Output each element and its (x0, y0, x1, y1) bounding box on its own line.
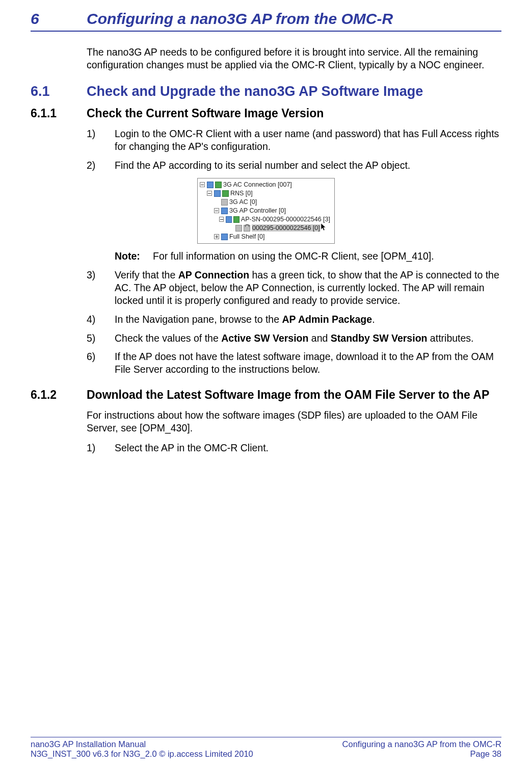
ap-connection-icon (226, 216, 232, 223)
list-number: 5) (87, 332, 115, 345)
lock-icon (244, 225, 250, 232)
status-ok-icon (215, 182, 222, 188)
section-title: Check and Upgrade the nano3G AP Software… (87, 84, 423, 99)
expand-handle-icon (207, 191, 212, 196)
chapter-number: 6 (31, 10, 87, 28)
list-number: 1) (87, 442, 115, 454)
ac-icon (221, 199, 228, 206)
text-bold: AP Connection (178, 269, 249, 280)
list-number: 4) (87, 313, 115, 326)
note: Note: For full information on using the … (115, 250, 501, 263)
list-text: In the Navigation pane, browse to the AP… (115, 313, 501, 326)
list-item: 5) Check the values of the Active SW Ver… (87, 332, 501, 345)
connection-icon (207, 182, 214, 188)
divider-top (31, 31, 501, 32)
tree-node: 3G AC Connection [007] (200, 181, 330, 189)
list-number: 3) (87, 269, 115, 307)
list-text: Find the AP according to its serial numb… (115, 159, 501, 172)
subsection-title: Check the Current Software Image Version (87, 107, 501, 120)
tree-node: 3G AC [0] (200, 198, 330, 207)
tree-label: AP-SN-000295-0000022546 [3] (241, 216, 330, 223)
text-bold: Active SW Version (221, 332, 308, 344)
tree-label: 3G AC Connection [007] (223, 181, 292, 188)
list-item: 6) If the AP does not have the latest so… (87, 350, 501, 376)
cursor-arrow-icon (321, 223, 327, 233)
shelf-icon (221, 234, 228, 240)
tree-label: RNS [0] (230, 190, 253, 197)
rns-icon (214, 190, 221, 197)
list-item: 1) Select the AP in the OMC-R Client. (87, 442, 501, 454)
figure-omc-tree: 3G AC Connection [007] RNS [0] 3G AC [0]… (31, 178, 501, 244)
tree-label: Full Shelf [0] (229, 233, 264, 240)
list-item: 2) Find the AP according to its serial n… (87, 159, 501, 172)
subsection-title: Download the Latest Software Image from … (87, 388, 501, 402)
tree-label: 000295-0000022546 [0] (252, 224, 320, 232)
text-run: In the Navigation pane, browse to the (115, 314, 282, 325)
footer-right-2: Page 38 (470, 749, 501, 759)
expand-handle-icon (219, 217, 224, 222)
list-number: 1) (87, 127, 115, 153)
footer-right-1: Configuring a nano3G AP from the OMC-R (342, 739, 501, 749)
text-run: attributes. (427, 332, 473, 344)
text-bold: Standby SW Version (331, 332, 428, 344)
tree-label: 3G AP Controller [0] (229, 207, 286, 214)
tree-node: AP-SN-000295-0000022546 [3] (200, 215, 330, 224)
text-run: and (308, 332, 330, 344)
expand-handle-icon (214, 208, 219, 213)
section-header-6-1: 6.1 Check and Upgrade the nano3G AP Soft… (31, 84, 501, 99)
list-text: If the AP does not have the latest softw… (115, 350, 501, 376)
page-footer: nano3G AP Installation Manual Configurin… (31, 737, 501, 759)
tree-node: RNS [0] (200, 189, 330, 198)
expand-handle-icon (200, 182, 205, 187)
subsection-number: 6.1.1 (31, 107, 87, 120)
controller-icon (221, 208, 228, 214)
list-text: Check the values of the Active SW Versio… (115, 332, 501, 345)
subsection-header-6-1-2: 6.1.2 Download the Latest Software Image… (31, 388, 501, 402)
expand-handle-icon (214, 234, 219, 239)
tree-node: Full Shelf [0] (200, 233, 330, 241)
text-run: Check the values of the (115, 332, 221, 344)
status-ok-icon (233, 216, 240, 223)
note-text: For full information on using the OMC-R … (153, 250, 501, 263)
list-text: Login to the OMC-R Client with a user na… (115, 127, 501, 153)
note-label: Note: (115, 250, 153, 263)
text-run: . (372, 314, 375, 325)
chapter-header: 6 Configuring a nano3G AP from the OMC-R (31, 10, 501, 28)
footer-left-2: N3G_INST_300 v6.3 for N3G_2.0 © ip.acces… (31, 749, 253, 759)
footer-left-1: nano3G AP Installation Manual (31, 739, 146, 749)
body-paragraph: For instructions about how the software … (87, 409, 501, 434)
list-number: 2) (87, 159, 115, 172)
list-text: Select the AP in the OMC-R Client. (115, 442, 501, 454)
tree-node: 3G AP Controller [0] (200, 207, 330, 215)
list-item: 3) Verify that the AP Connection has a g… (87, 269, 501, 307)
list-text: Verify that the AP Connection has a gree… (115, 269, 501, 307)
tree-label: 3G AC [0] (229, 198, 257, 206)
list-number: 6) (87, 350, 115, 376)
divider-bottom (31, 737, 501, 737)
tree-node-selected: 000295-0000022546 [0] (200, 224, 330, 233)
text-bold: AP Admin Package (282, 314, 372, 325)
section-number: 6.1 (31, 84, 87, 99)
status-ok-icon (222, 190, 229, 197)
subsection-number: 6.1.2 (31, 388, 87, 402)
ap-object-icon (235, 225, 242, 232)
tree-view: 3G AC Connection [007] RNS [0] 3G AC [0]… (197, 178, 335, 244)
list-item: 4) In the Navigation pane, browse to the… (87, 313, 501, 326)
chapter-title: Configuring a nano3G AP from the OMC-R (87, 10, 393, 28)
list-item: 1) Login to the OMC-R Client with a user… (87, 127, 501, 153)
subsection-header-6-1-1: 6.1.1 Check the Current Software Image V… (31, 107, 501, 120)
text-run: Verify that the (115, 269, 178, 280)
intro-paragraph: The nano3G AP needs to be configured bef… (87, 46, 501, 71)
